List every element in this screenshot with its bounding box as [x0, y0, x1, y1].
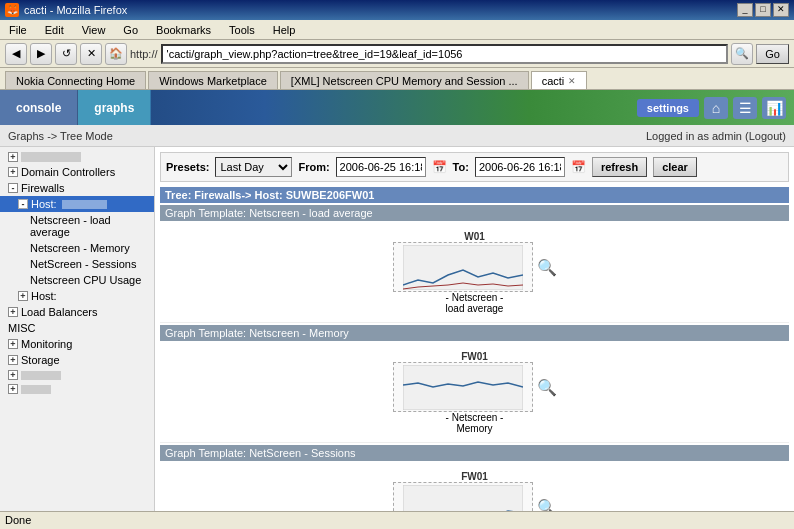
- close-tab-icon[interactable]: ✕: [568, 76, 576, 86]
- graph-template-load-avg: Graph Template: Netscreen - load average: [160, 205, 789, 221]
- sidebar-item-top1[interactable]: +: [0, 150, 154, 164]
- sidebar-item-ns-sessions[interactable]: NetScreen - Sessions: [0, 256, 154, 272]
- sidebar-label: Netscreen - Memory: [30, 242, 130, 254]
- breadcrumb: Graphs -> Tree Mode: [8, 130, 113, 142]
- to-input[interactable]: [475, 157, 565, 177]
- title-bar: 🦊 cacti - Mozilla Firefox _ □ ✕: [0, 0, 794, 20]
- browser-tab-xml[interactable]: [XML] Netscreen CPU Memory and Session .…: [280, 71, 529, 89]
- graph-label-memory: - Netscreen - Memory: [446, 412, 504, 434]
- maximize-button[interactable]: □: [755, 3, 771, 17]
- forward-button[interactable]: ▶: [30, 43, 52, 65]
- graph-label-load: - Netscreen - load average: [446, 292, 504, 314]
- status-bar: Done: [0, 511, 794, 529]
- back-button[interactable]: ◀: [5, 43, 27, 65]
- refresh-button[interactable]: refresh: [592, 157, 647, 177]
- tab-graphs[interactable]: graphs: [78, 90, 151, 125]
- graph-template-sessions: Graph Template: NetScreen - Sessions: [160, 445, 789, 461]
- graph-item-memory: FW01 🔍 - Netscreen -: [393, 351, 557, 434]
- sidebar-label: Netscreen - load average: [30, 214, 149, 238]
- settings-button[interactable]: settings: [637, 99, 699, 117]
- menu-view[interactable]: View: [78, 23, 110, 37]
- sidebar-item-extra2[interactable]: +: [0, 382, 154, 396]
- sidebar-item-host2[interactable]: + Host:: [0, 288, 154, 304]
- sidebar-item-ns-cpu[interactable]: Netscreen CPU Usage: [0, 272, 154, 288]
- address-bar: http://: [130, 44, 728, 64]
- sidebar-item-host[interactable]: - Host:: [0, 196, 154, 212]
- minimize-button[interactable]: _: [737, 3, 753, 17]
- graph-template-memory: Graph Template: Netscreen - Memory: [160, 325, 789, 341]
- browser-tab-marketplace[interactable]: Windows Marketplace: [148, 71, 278, 89]
- menu-file[interactable]: File: [5, 23, 31, 37]
- clear-button[interactable]: clear: [653, 157, 697, 177]
- tab-console[interactable]: console: [0, 90, 78, 125]
- zoom-icon-sessions[interactable]: 🔍: [537, 498, 557, 512]
- home-icon[interactable]: ⌂: [704, 97, 728, 119]
- from-input[interactable]: [336, 157, 426, 177]
- expand-icon[interactable]: +: [8, 370, 18, 380]
- svg-rect-1: [403, 365, 523, 410]
- sidebar-item-ns-memory[interactable]: Netscreen - Memory: [0, 240, 154, 256]
- sidebar-item-storage[interactable]: + Storage: [0, 352, 154, 368]
- sidebar-item-ns-load[interactable]: Netscreen - load average: [0, 212, 154, 240]
- browser-tab-cacti[interactable]: cacti ✕: [531, 71, 588, 89]
- expand-icon[interactable]: +: [8, 152, 18, 162]
- logged-in-status: Logged in as admin (Logout): [646, 130, 786, 142]
- chart-icon[interactable]: 📊: [762, 97, 786, 119]
- sidebar-item-monitoring[interactable]: + Monitoring: [0, 336, 154, 352]
- expand-icon[interactable]: -: [8, 183, 18, 193]
- app-header-right: settings ⌂ ☰ 📊: [637, 97, 794, 119]
- menu-go[interactable]: Go: [119, 23, 142, 37]
- expand-icon[interactable]: +: [8, 384, 18, 394]
- presets-label: Presets:: [166, 161, 209, 173]
- browser-tab-nokia[interactable]: Nokia Connecting Home: [5, 71, 146, 89]
- window-controls: _ □ ✕: [737, 3, 789, 17]
- tree-header: Tree: Firewalls-> Host: SUWBE206FW01: [160, 187, 789, 203]
- expand-icon[interactable]: +: [8, 355, 18, 365]
- stop-button[interactable]: ✕: [80, 43, 102, 65]
- list-icon[interactable]: ☰: [733, 97, 757, 119]
- reload-button[interactable]: ↺: [55, 43, 77, 65]
- sidebar-item-load-balancers[interactable]: + Load Balancers: [0, 304, 154, 320]
- sidebar-item-extra1[interactable]: +: [0, 368, 154, 382]
- graph-node-label: W01: [464, 231, 485, 242]
- menu-edit[interactable]: Edit: [41, 23, 68, 37]
- menu-bookmarks[interactable]: Bookmarks: [152, 23, 215, 37]
- expand-icon[interactable]: +: [8, 339, 18, 349]
- expand-icon[interactable]: +: [18, 291, 28, 301]
- zoom-icon-load[interactable]: 🔍: [537, 258, 557, 277]
- graph-node-label-sess: FW01: [461, 471, 488, 482]
- sidebar-label: Load Balancers: [21, 306, 97, 318]
- sidebar-host-label: Host:: [31, 198, 57, 210]
- address-input[interactable]: [161, 44, 729, 64]
- close-button[interactable]: ✕: [773, 3, 789, 17]
- toolbar: ◀ ▶ ↺ ✕ 🏠 http:// 🔍 Go: [0, 40, 794, 68]
- presets-select[interactable]: Last Day Last Week Last Month Last Year: [215, 157, 292, 177]
- sidebar-item-firewalls[interactable]: - Firewalls: [0, 180, 154, 196]
- menu-help[interactable]: Help: [269, 23, 300, 37]
- sidebar-label: MISC: [8, 322, 36, 334]
- sidebar-label: Firewalls: [21, 182, 64, 194]
- menu-tools[interactable]: Tools: [225, 23, 259, 37]
- expand-icon[interactable]: -: [18, 199, 28, 209]
- sidebar-item-domain-controllers[interactable]: + Domain Controllers: [0, 164, 154, 180]
- status-text: Done: [5, 514, 31, 526]
- expand-icon[interactable]: +: [8, 307, 18, 317]
- sidebar-label: Monitoring: [21, 338, 72, 350]
- graph-node-label-mem: FW01: [461, 351, 488, 362]
- to-calendar-icon[interactable]: 📅: [571, 160, 586, 174]
- expand-icon[interactable]: +: [8, 167, 18, 177]
- zoom-icon-memory[interactable]: 🔍: [537, 378, 557, 397]
- from-calendar-icon[interactable]: 📅: [432, 160, 447, 174]
- home-button[interactable]: 🏠: [105, 43, 127, 65]
- search-icon[interactable]: 🔍: [731, 43, 753, 65]
- go-button[interactable]: Go: [756, 44, 789, 64]
- browser-tabs-bar: Nokia Connecting Home Windows Marketplac…: [0, 68, 794, 90]
- sidebar: + + Domain Controllers - Firewalls - Hos…: [0, 147, 155, 511]
- main-area: + + Domain Controllers - Firewalls - Hos…: [0, 147, 794, 511]
- sidebar-label: Host:: [31, 290, 57, 302]
- browser-frame: 🦊 cacti - Mozilla Firefox _ □ ✕ File Edi…: [0, 0, 794, 529]
- browser-title: cacti - Mozilla Firefox: [24, 4, 127, 16]
- sidebar-item-misc[interactable]: MISC: [0, 320, 154, 336]
- address-label: http://: [130, 48, 158, 60]
- sidebar-label: Netscreen CPU Usage: [30, 274, 141, 286]
